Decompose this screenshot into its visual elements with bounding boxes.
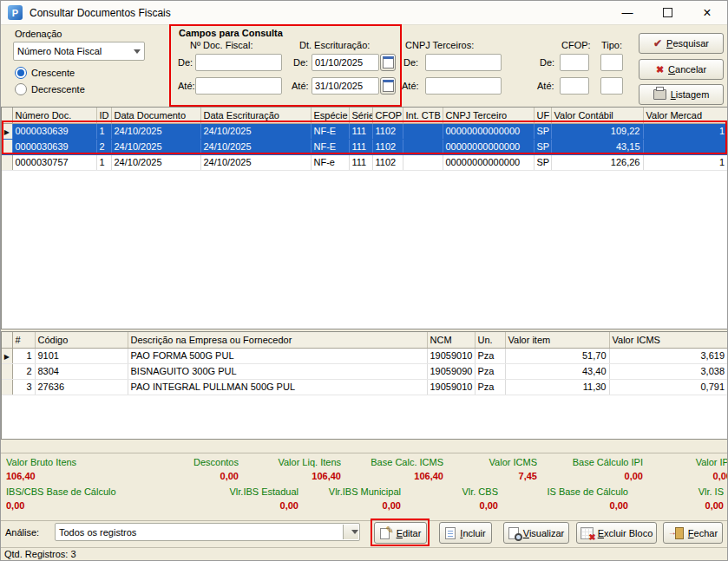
tipo-ate-input[interactable] xyxy=(600,77,623,95)
record-count: Qtd. Registros: 3 xyxy=(4,549,76,559)
cell[interactable]: 0000030639 xyxy=(12,123,96,139)
cell[interactable]: 3,038 xyxy=(609,363,728,379)
cell[interactable]: 2 xyxy=(96,139,111,154)
doc-grid-row[interactable]: 0000030639 1 24/10/2025 24/10/2025 NF-E … xyxy=(2,123,728,139)
cell[interactable]: 24/10/2025 xyxy=(111,123,200,139)
excluir-bloco-button[interactable]: Excluir Bloco xyxy=(576,522,657,544)
window-title: Consultar Documentos Fiscais xyxy=(30,7,171,19)
incluir-button[interactable]: Incluir xyxy=(439,522,492,544)
doc-grid-row[interactable]: 0000030757 1 24/10/2025 24/10/2025 NF-e … xyxy=(2,154,728,170)
cnpj-ate-input[interactable] xyxy=(425,77,502,95)
cell[interactable]: NF-E xyxy=(311,139,349,154)
cell[interactable]: 00000000000000 xyxy=(443,139,534,154)
minimize-button[interactable]: — xyxy=(607,1,647,25)
doc-grid-row[interactable]: 0000030639 2 24/10/2025 24/10/2025 NF-E … xyxy=(2,139,728,154)
cell[interactable]: 111 xyxy=(349,154,372,170)
cell[interactable]: PAO FORMA 500G PUL xyxy=(128,348,427,363)
maximize-button[interactable] xyxy=(647,1,687,25)
fechar-button[interactable]: Fechar xyxy=(663,522,723,544)
cell[interactable] xyxy=(403,139,443,154)
cell[interactable]: Pza xyxy=(475,363,505,379)
cell[interactable]: 9101 xyxy=(35,348,128,363)
cell[interactable]: 126,26 xyxy=(551,154,643,170)
item-grid-row[interactable]: 2 8304 BISNAGUITO 300G PUL 19059090 Pza … xyxy=(2,363,728,379)
consulta-legend: Campos para Consulta xyxy=(179,28,283,38)
ordenacao-combobox[interactable]: Número Nota Fiscal xyxy=(13,42,145,61)
app-icon: P xyxy=(8,5,23,20)
pesquisar-button[interactable]: Pesquisar xyxy=(639,33,724,54)
dt-ate-input[interactable] xyxy=(312,77,379,95)
cell[interactable]: 1 xyxy=(643,123,728,139)
cell[interactable]: 1 xyxy=(12,348,35,363)
cell[interactable]: 111 xyxy=(349,123,372,139)
cell[interactable]: 19059090 xyxy=(427,363,475,379)
cell[interactable]: 19059010 xyxy=(427,379,475,395)
cell[interactable]: 2 xyxy=(12,363,35,379)
cell[interactable]: PAO INTEGRAL PULLMAN 500G PUL xyxy=(128,379,427,395)
cell[interactable]: 27636 xyxy=(35,379,128,395)
cell[interactable]: Pza xyxy=(475,379,505,395)
cell[interactable]: 11,30 xyxy=(505,379,609,395)
doc-de-input[interactable] xyxy=(195,54,282,71)
cell[interactable]: 00000000000000 xyxy=(443,123,534,139)
column-header: Espécie xyxy=(311,108,349,123)
cfop-de-input[interactable] xyxy=(560,54,589,71)
cell[interactable]: SP xyxy=(534,123,551,139)
radio-decrescente[interactable]: Decrescente xyxy=(15,83,85,95)
close-button[interactable]: × xyxy=(687,1,727,25)
summary-field: Valor ICMS 7,45 xyxy=(443,456,537,483)
editar-button[interactable]: Editar xyxy=(374,522,427,544)
cell[interactable]: 3 xyxy=(12,379,35,395)
cell[interactable]: 1 xyxy=(96,123,111,139)
analise-dropdown-button[interactable] xyxy=(343,525,358,539)
cell[interactable]: NF-e xyxy=(311,154,349,170)
cell[interactable]: 3,619 xyxy=(609,348,728,363)
cell[interactable]: 1102 xyxy=(372,139,403,154)
cell[interactable]: 1102 xyxy=(372,154,403,170)
dt-de-calendar-button[interactable] xyxy=(380,54,396,71)
dt-ate-calendar-button[interactable] xyxy=(380,77,396,95)
cell[interactable]: BISNAGUITO 300G PUL xyxy=(128,363,427,379)
cell[interactable]: 0000030639 xyxy=(12,139,96,154)
visualizar-button[interactable]: Visualizar xyxy=(503,522,569,544)
cell[interactable]: NF-E xyxy=(311,123,349,139)
cfop-ate-input[interactable] xyxy=(560,77,589,95)
summary-label: Valor IPI xyxy=(643,456,728,469)
cell[interactable]: 00000000000000 xyxy=(443,154,534,170)
cell[interactable] xyxy=(403,154,443,170)
cell[interactable]: 111 xyxy=(349,139,372,154)
summary-label: Valor Bruto Itens xyxy=(6,456,152,469)
listagem-button[interactable]: Listagem xyxy=(639,84,724,105)
cell[interactable]: 24/10/2025 xyxy=(111,139,200,154)
cell[interactable] xyxy=(403,123,443,139)
cell[interactable]: 24/10/2025 xyxy=(200,123,311,139)
cell[interactable]: 43,40 xyxy=(505,363,609,379)
item-grid-row[interactable]: 3 27636 PAO INTEGRAL PULLMAN 500G PUL 19… xyxy=(2,379,728,395)
cell[interactable]: 24/10/2025 xyxy=(111,154,200,170)
radio-crescente[interactable]: Crescente xyxy=(15,67,75,79)
cell[interactable]: 0000030757 xyxy=(12,154,96,170)
cell[interactable]: 51,70 xyxy=(505,348,609,363)
doc-ate-input[interactable] xyxy=(195,77,282,95)
cell[interactable]: 24/10/2025 xyxy=(200,139,311,154)
item-grid-row[interactable]: 1 9101 PAO FORMA 500G PUL 19059010 Pza 5… xyxy=(2,348,728,363)
cell[interactable]: 19059010 xyxy=(427,348,475,363)
cell[interactable]: SP xyxy=(534,139,551,154)
cnpj-de-input[interactable] xyxy=(425,54,502,71)
cell[interactable]: 1102 xyxy=(372,123,403,139)
cell[interactable]: 109,22 xyxy=(551,123,643,139)
cell[interactable]: 43,15 xyxy=(551,139,643,154)
document-icon xyxy=(445,527,456,539)
cell[interactable] xyxy=(643,139,728,154)
cell[interactable]: 1 xyxy=(643,154,728,170)
cell[interactable]: 8304 xyxy=(35,363,128,379)
dt-de-input[interactable] xyxy=(312,54,379,71)
cancelar-button[interactable]: Cancelar xyxy=(639,59,724,80)
analise-dropdown[interactable]: Todos os registros xyxy=(55,523,360,541)
cell[interactable]: 1 xyxy=(96,154,111,170)
cell[interactable]: SP xyxy=(534,154,551,170)
cell[interactable]: 24/10/2025 xyxy=(200,154,311,170)
cell[interactable]: 0,791 xyxy=(609,379,728,395)
tipo-de-input[interactable] xyxy=(600,54,623,71)
cell[interactable]: Pza xyxy=(475,348,505,363)
